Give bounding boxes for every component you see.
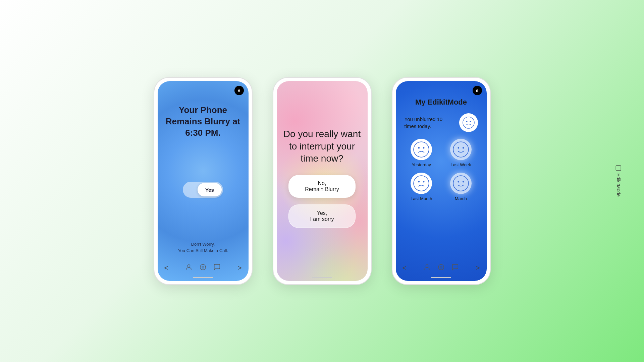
phone-1: e Your Phone Remains Blurry at 6:30 PM. … bbox=[154, 77, 253, 285]
svg-point-18 bbox=[458, 181, 459, 183]
phone3-nav-right[interactable]: > bbox=[476, 264, 480, 272]
today-face bbox=[459, 113, 478, 132]
unblurred-text: You unblurred 10 times today. bbox=[405, 116, 451, 130]
remain-blurry-button[interactable]: No,Remain Blurry bbox=[288, 175, 356, 198]
unblurred-row: You unblurred 10 times today. bbox=[401, 113, 481, 132]
face-lastmonth: Last Month bbox=[405, 173, 439, 201]
emoji-lastmonth bbox=[411, 173, 432, 194]
yes-sorry-button[interactable]: Yes,I am sorry bbox=[288, 204, 356, 228]
phone3-nav: < > bbox=[396, 261, 487, 275]
label-lastweek: Last Week bbox=[450, 162, 471, 167]
phone1-title: Your Phone Remains Blurry at 6:30 PM. bbox=[164, 105, 242, 138]
phone3-nav-left[interactable]: < bbox=[402, 264, 407, 272]
svg-point-19 bbox=[463, 181, 464, 183]
phones-container: e Your Phone Remains Blurry at 6:30 PM. … bbox=[154, 77, 491, 285]
svg-point-13 bbox=[463, 147, 464, 149]
svg-point-11 bbox=[453, 142, 469, 157]
toggle-thumb[interactable]: Yes bbox=[198, 183, 222, 196]
svg-point-16 bbox=[423, 181, 425, 183]
logo-phone1: e bbox=[234, 86, 244, 95]
side-label: EdikitMode bbox=[615, 165, 621, 196]
phone1-nav-right[interactable]: > bbox=[238, 264, 242, 272]
svg-point-0 bbox=[187, 265, 190, 267]
label-lastmonth: Last Month bbox=[411, 196, 432, 201]
phone3-title: My EdikitMode bbox=[401, 98, 481, 107]
emoji-yesterday bbox=[411, 139, 432, 160]
phone1-nav-icons bbox=[185, 263, 221, 272]
phone1-footer: Don't Worry. You Can Still Make a Call. bbox=[178, 241, 228, 254]
menu-icon-3[interactable] bbox=[437, 263, 445, 272]
svg-point-10 bbox=[423, 147, 425, 149]
emoji-march bbox=[450, 173, 472, 194]
message-icon[interactable] bbox=[213, 263, 221, 272]
side-label-icon bbox=[615, 165, 621, 171]
svg-point-17 bbox=[453, 176, 469, 191]
message-icon-3[interactable] bbox=[451, 263, 459, 272]
person-icon-3[interactable] bbox=[423, 263, 431, 272]
label-yesterday: Yesterday bbox=[412, 162, 431, 167]
svg-point-12 bbox=[458, 147, 459, 149]
svg-point-5 bbox=[463, 117, 474, 128]
phone-2: Do you really want to interrupt your tim… bbox=[273, 77, 372, 285]
face-yesterday: Yesterday bbox=[405, 139, 439, 167]
label-march: March bbox=[455, 196, 467, 201]
face-lastweek: Last Week bbox=[444, 139, 478, 167]
phone1-nav-left[interactable]: < bbox=[164, 264, 168, 272]
phone2-title: Do you really want to interrupt your tim… bbox=[283, 128, 361, 165]
phone1-nav: < > bbox=[158, 261, 249, 275]
emoji-lastweek bbox=[450, 139, 472, 160]
svg-point-20 bbox=[426, 265, 428, 267]
home-indicator-1 bbox=[193, 277, 213, 278]
person-icon[interactable] bbox=[185, 263, 193, 272]
face-march: March bbox=[444, 173, 478, 201]
toggle-yes-label: Yes bbox=[205, 187, 214, 193]
svg-point-8 bbox=[414, 142, 429, 157]
menu-icon[interactable] bbox=[199, 263, 207, 272]
svg-point-9 bbox=[418, 147, 420, 149]
toggle-track[interactable]: Yes bbox=[183, 182, 223, 198]
toggle-container[interactable]: Yes bbox=[183, 182, 223, 198]
svg-point-15 bbox=[418, 181, 420, 183]
phone-3: e My EdikitMode You unblurred 10 times t… bbox=[392, 77, 491, 285]
logo-phone3: e bbox=[473, 86, 482, 95]
home-indicator-3 bbox=[431, 277, 451, 278]
svg-point-6 bbox=[466, 121, 467, 122]
home-indicator-2 bbox=[312, 277, 332, 278]
phone3-nav-icons bbox=[423, 263, 459, 272]
svg-point-7 bbox=[470, 121, 471, 122]
face-grid: Yesterday Last Week bbox=[401, 139, 481, 201]
svg-point-14 bbox=[414, 176, 429, 191]
